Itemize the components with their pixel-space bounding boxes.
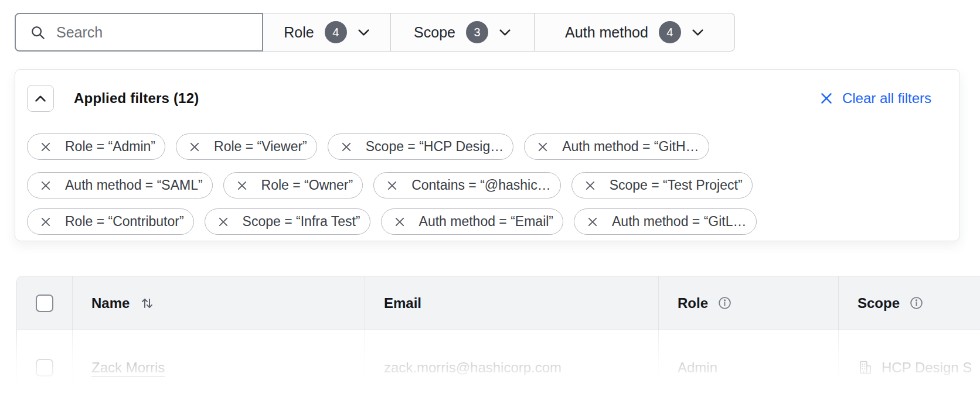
- info-icon[interactable]: [909, 296, 924, 310]
- filter-pill-label: Auth method = “Email”: [419, 214, 553, 230]
- remove-filter-button[interactable]: [394, 217, 405, 227]
- select-all-checkbox[interactable]: [36, 295, 53, 312]
- user-email: zack.morris@hashicorp.com: [384, 360, 562, 376]
- remove-filter-button[interactable]: [189, 142, 200, 152]
- close-icon: [394, 217, 405, 227]
- search-icon: [30, 25, 46, 40]
- filter-pill: Role = “Contributor”: [27, 208, 194, 235]
- sort-icon: [139, 295, 155, 311]
- close-icon: [40, 217, 51, 227]
- filter-dropdown-scope[interactable]: Scope 3: [391, 13, 535, 51]
- filter-pill-label: Role = “Contributor”: [65, 214, 184, 230]
- filter-pill-row: Auth method = “SAML” Role = “Owner” Cont…: [27, 172, 753, 198]
- remove-filter-button[interactable]: [237, 180, 247, 191]
- filter-dropdown-group: Role 4 Scope 3 Auth method 4: [263, 13, 735, 52]
- table-header-row: Name Email Role Scope: [17, 276, 980, 330]
- column-header-scope: Scope: [838, 276, 980, 330]
- filter-pill: Scope = “Test Project”: [571, 172, 753, 198]
- column-label: Scope: [858, 295, 900, 311]
- chevron-down-icon: [358, 29, 370, 36]
- filter-pill-label: Scope = “Test Project”: [610, 177, 743, 193]
- chevron-down-icon: [499, 29, 511, 36]
- dropdown-label: Role: [284, 24, 314, 41]
- column-label: Email: [384, 295, 421, 311]
- remove-filter-button[interactable]: [387, 180, 397, 191]
- filter-pill-label: Auth method = “GitH…: [562, 139, 699, 155]
- select-all-cell: [17, 276, 72, 330]
- filter-pill: Auth method = “GitH…: [524, 133, 709, 160]
- filter-pill: Auth method = “SAML”: [27, 172, 213, 198]
- filter-pill-label: Contains = “@hashic…: [411, 177, 550, 193]
- remove-filter-button[interactable]: [537, 142, 548, 152]
- chevron-down-icon: [692, 29, 704, 36]
- remove-filter-button[interactable]: [341, 142, 352, 152]
- user-scope: HCP Design S: [882, 360, 972, 376]
- scope-cell: HCP Design S: [838, 330, 980, 404]
- filter-pill: Auth method = “Email”: [381, 208, 563, 235]
- column-header-email: Email: [365, 276, 658, 330]
- search-input[interactable]: Search: [15, 13, 263, 52]
- close-icon: [537, 142, 548, 152]
- applied-filters-title: Applied filters (12): [74, 90, 199, 107]
- filter-pill: Role = “Viewer”: [176, 133, 317, 160]
- role-cell: Admin: [658, 330, 838, 404]
- count-badge: 3: [466, 21, 488, 43]
- filter-toolbar: Search Role 4 Scope 3 Auth method 4: [15, 13, 735, 52]
- close-icon: [237, 180, 247, 191]
- applied-filters-header: Applied filters (12) Clear all filters: [27, 85, 931, 112]
- row-select-cell: [17, 330, 72, 404]
- filter-pill: Scope = “Infra Test”: [205, 208, 370, 235]
- filter-pill-row: Role = “Contributor” Scope = “Infra Test…: [27, 208, 757, 235]
- remove-filter-button[interactable]: [218, 217, 229, 227]
- clear-all-filters-link[interactable]: Clear all filters: [820, 90, 931, 107]
- row-checkbox[interactable]: [36, 359, 53, 376]
- remove-filter-button[interactable]: [40, 217, 51, 227]
- users-table: Name Email Role Scope Zack Morris: [16, 276, 980, 404]
- close-icon: [587, 217, 598, 227]
- column-header-name[interactable]: Name: [72, 276, 365, 330]
- filter-pill: Role = “Admin”: [27, 133, 165, 160]
- organization-icon: [858, 360, 873, 375]
- applied-filters-panel: Applied filters (12) Clear all filters R…: [15, 69, 960, 241]
- filter-pill-label: Auth method = “GitL…: [612, 214, 746, 230]
- remove-filter-button[interactable]: [40, 180, 51, 191]
- filter-pill: Auth method = “GitL…: [574, 208, 756, 235]
- column-header-role: Role: [658, 276, 838, 330]
- filter-pill-label: Scope = “Infra Test”: [243, 214, 360, 230]
- filter-pill-label: Auth method = “SAML”: [65, 177, 203, 193]
- remove-filter-button[interactable]: [40, 142, 51, 152]
- table-row: Zack Morris zack.morris@hashicorp.com Ad…: [17, 330, 980, 404]
- collapse-toggle-button[interactable]: [27, 85, 54, 112]
- dropdown-label: Auth method: [565, 24, 648, 41]
- filter-pill-row: Role = “Admin” Role = “Viewer” Scope = “…: [27, 133, 709, 160]
- search-placeholder: Search: [56, 24, 103, 41]
- user-name-link[interactable]: Zack Morris: [91, 360, 165, 376]
- remove-filter-button[interactable]: [587, 217, 598, 227]
- filter-pill: Scope = “HCP Desig…: [328, 133, 513, 160]
- column-label: Role: [678, 295, 708, 311]
- info-icon[interactable]: [717, 296, 732, 310]
- filter-pill-label: Role = “Owner”: [261, 177, 353, 193]
- close-icon: [585, 180, 596, 191]
- filter-pill-label: Role = “Viewer”: [214, 139, 307, 155]
- filter-pill: Role = “Owner”: [223, 172, 363, 198]
- filter-pill-label: Role = “Admin”: [65, 139, 155, 155]
- email-cell: zack.morris@hashicorp.com: [365, 330, 658, 404]
- close-icon: [40, 180, 51, 191]
- close-icon: [820, 92, 833, 105]
- name-cell: Zack Morris: [72, 330, 365, 404]
- count-badge: 4: [659, 21, 681, 43]
- filter-dropdown-auth-method[interactable]: Auth method 4: [535, 13, 734, 51]
- filter-dropdown-role[interactable]: Role 4: [263, 13, 391, 51]
- filter-pill-label: Scope = “HCP Desig…: [366, 139, 503, 155]
- count-badge: 4: [325, 21, 347, 43]
- close-icon: [189, 142, 200, 152]
- remove-filter-button[interactable]: [585, 180, 596, 191]
- close-icon: [40, 142, 51, 152]
- column-label: Name: [91, 295, 130, 311]
- chevron-up-icon: [35, 95, 46, 102]
- dropdown-label: Scope: [414, 24, 455, 41]
- clear-all-filters-label: Clear all filters: [842, 90, 931, 107]
- close-icon: [218, 217, 229, 227]
- filter-pill: Contains = “@hashic…: [373, 172, 560, 198]
